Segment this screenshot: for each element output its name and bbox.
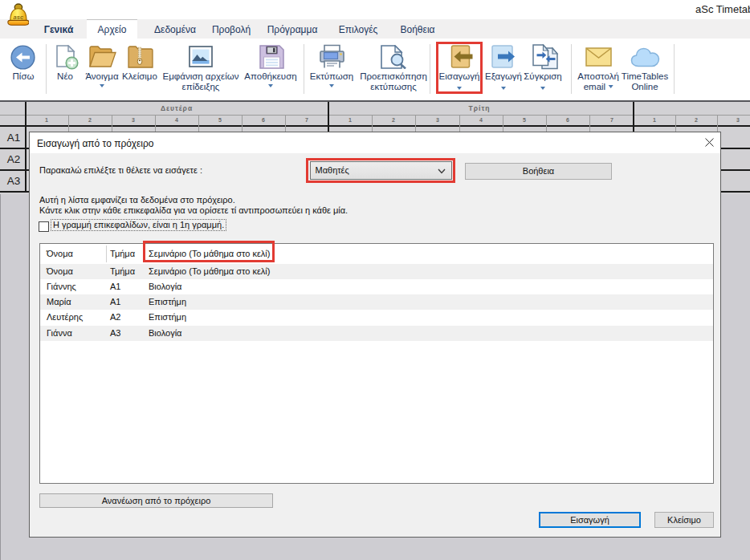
svg-text:asc: asc [14, 14, 24, 21]
